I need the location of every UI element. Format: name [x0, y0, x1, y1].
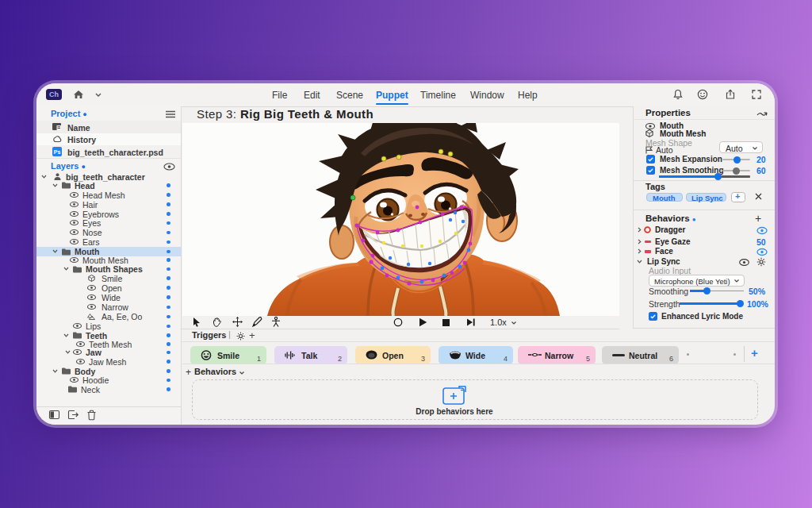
svg-text:Ps: Ps — [54, 149, 61, 155]
